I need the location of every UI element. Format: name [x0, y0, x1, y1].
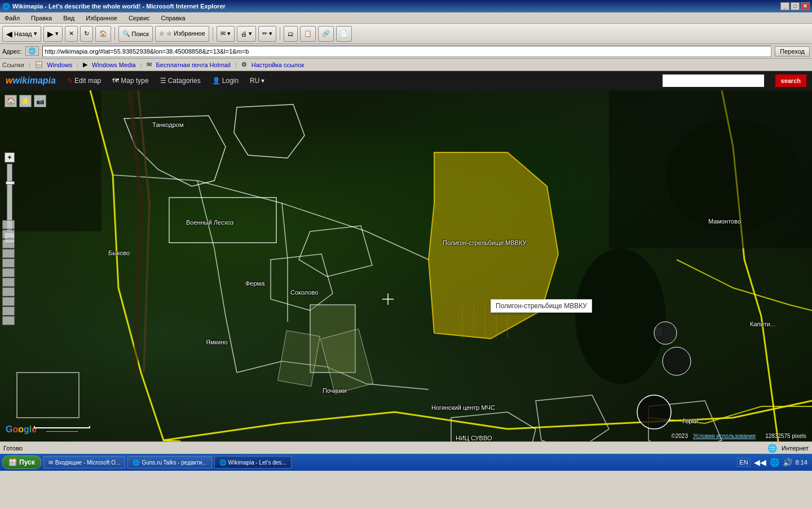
tray-icon-network[interactable]: 🌐 [770, 458, 779, 467]
categories-icon: ☰ [160, 77, 166, 85]
menu-edit[interactable]: Правка [29, 14, 54, 23]
address-label: Адрес: [2, 48, 22, 55]
panel-btn-1[interactable] [2, 220, 15, 229]
map-icon-2[interactable]: ⭐ [19, 95, 32, 107]
address-input[interactable] [42, 46, 772, 57]
login-nav[interactable]: 👤 Login [212, 77, 239, 85]
search-button[interactable]: 🔍 Поиск [118, 26, 153, 42]
links-label: Ссылки [2, 62, 24, 68]
menu-favorites[interactable]: Избранное [83, 14, 120, 23]
close-button[interactable]: ✕ [801, 2, 810, 10]
edit-map-nav[interactable]: ✎ Edit map [67, 77, 101, 85]
tray-icon-arrows[interactable]: ◀◀ [754, 458, 766, 467]
start-icon: 🪟 [8, 458, 17, 466]
wikimapia-logo: wwikimapia [6, 76, 56, 86]
panel-btn-11[interactable] [2, 316, 15, 325]
map-container[interactable]: Танкодром Военный Лесхоз Ферма Соколово … [0, 90, 812, 441]
map-icon-3[interactable]: 📷 [34, 95, 46, 107]
edit-button[interactable]: ✏ ▾ [258, 26, 276, 42]
misc-button-3[interactable]: 🔗 [318, 26, 334, 42]
maximize-button[interactable]: □ [791, 2, 800, 10]
misc-icon-2: 📋 [304, 30, 312, 37]
menu-view[interactable]: Вид [61, 14, 77, 23]
lang-indicator[interactable]: EN [737, 458, 750, 467]
edit-icon: ✏ [262, 30, 267, 37]
taskbar-item-2[interactable]: 🌐 Guns.ru Talks - редакти... [127, 456, 211, 468]
pixel-count: 12832575 pixels [765, 433, 806, 439]
browser-icon: 🌐 [2, 3, 10, 10]
favorites-button[interactable]: ☆ ☆ Избранное [155, 26, 209, 42]
menu-tools[interactable]: Сервис [126, 14, 152, 23]
address-go-icon[interactable]: 🌐 [25, 46, 39, 56]
start-button[interactable]: 🪟 Пуск [2, 456, 41, 469]
forward-button[interactable]: ▶ ▾ [43, 26, 63, 42]
language-nav[interactable]: RU ▾ [250, 77, 264, 85]
panel-btn-8[interactable] [2, 287, 15, 296]
terms-link[interactable]: Условия использования [693, 433, 756, 439]
wiki-search-input[interactable] [663, 75, 764, 87]
zoom-in-button[interactable]: + [5, 152, 15, 163]
taskbar: 🪟 Пуск ✉ Входящие - Microsoft O... 🌐 Gun… [0, 454, 812, 471]
home-button[interactable]: 🏠 [95, 26, 111, 42]
terms-text: Условия использования [693, 433, 756, 439]
map-tooltip: Полигон-стрельбище МВВКУ [491, 299, 592, 313]
svg-rect-27 [609, 90, 812, 248]
go-button[interactable]: Переход [775, 46, 810, 56]
svg-marker-10 [536, 395, 609, 441]
stop-button[interactable]: ✕ [65, 26, 78, 42]
menu-help[interactable]: Справка [159, 14, 188, 23]
print-button[interactable]: 🖨 ▾ [237, 26, 256, 42]
taskbar-item-1[interactable]: ✉ Входящие - Microsoft O... [43, 456, 126, 468]
back-dropdown-icon: ▾ [34, 30, 37, 37]
panel-btn-9[interactable] [2, 297, 15, 306]
misc-button-4[interactable]: 📄 [336, 26, 352, 42]
panel-btn-5[interactable] [2, 259, 15, 268]
tooltip-text: Полигон-стрельбище МВВКУ [496, 302, 587, 310]
panel-btn-2[interactable] [2, 230, 15, 239]
hotmail-icon: ✉ [147, 61, 152, 68]
print-dropdown-icon: ▾ [249, 30, 252, 37]
menu-file[interactable]: Файл [2, 14, 22, 23]
panel-btn-10[interactable] [2, 306, 15, 316]
status-right: 🌐 Интернет [767, 444, 809, 453]
taskbar-item-3[interactable]: 🌐 Wikimapia - Let's des... [214, 456, 292, 468]
wiki-search-button[interactable]: search [775, 75, 806, 87]
favorites-label: ☆ Избранное [166, 30, 205, 37]
minimize-button[interactable]: _ [780, 2, 789, 10]
panel-btn-4[interactable] [2, 249, 15, 258]
status-bar: Готово 🌐 Интернет [0, 441, 812, 454]
edit-map-icon: ✎ [67, 77, 73, 85]
window-title: Wikimapia - Let's describe the whole wor… [12, 3, 226, 10]
status-globe-icon: 🌐 [767, 444, 777, 453]
link-windows-media[interactable]: Windows Media [92, 62, 136, 68]
link-settings[interactable]: Настройка ссылок [251, 62, 304, 68]
back-button[interactable]: ◀ Назад ▾ [2, 26, 41, 42]
panel-btn-7[interactable] [2, 278, 15, 287]
panel-btn-3[interactable] [2, 239, 15, 248]
wikimapia-logo-text: wikimapia [12, 76, 55, 85]
link-windows[interactable]: Windows [47, 62, 73, 68]
taskbar-icon-3: 🌐 [219, 459, 226, 466]
svg-marker-8 [271, 254, 333, 310]
misc-button-1[interactable]: 🗂 [284, 26, 298, 42]
link-hotmail[interactable]: Бесплатная почта Hotmail [156, 62, 231, 68]
windows-icon: 🪟 [35, 61, 43, 68]
svg-point-25 [637, 395, 671, 429]
lang-dropdown-icon: ▾ [261, 77, 264, 85]
windows-media-icon: ▶ [83, 61, 87, 68]
misc-button-2[interactable]: 📋 [300, 26, 316, 42]
map-type-nav[interactable]: 🗺 Map type [112, 77, 148, 85]
map-bottom-right: 12832575 pixels [765, 433, 806, 439]
zoom-handle[interactable] [6, 181, 15, 185]
svg-rect-6 [169, 198, 276, 243]
categories-nav[interactable]: ☰ Catagories [160, 77, 201, 85]
refresh-button[interactable]: ↻ [80, 26, 93, 42]
map-icon-1[interactable]: 🏠 [5, 95, 17, 107]
login-icon: 👤 [212, 77, 220, 85]
panel-btn-6[interactable] [2, 268, 15, 277]
svg-point-23 [654, 322, 677, 344]
tray-icon-volume[interactable]: 🔊 [783, 458, 792, 467]
taskbar-label-2: Guns.ru Talks - редакти... [142, 459, 206, 466]
mail-button[interactable]: ✉ ▾ [217, 26, 235, 42]
start-label: Пуск [19, 458, 35, 466]
